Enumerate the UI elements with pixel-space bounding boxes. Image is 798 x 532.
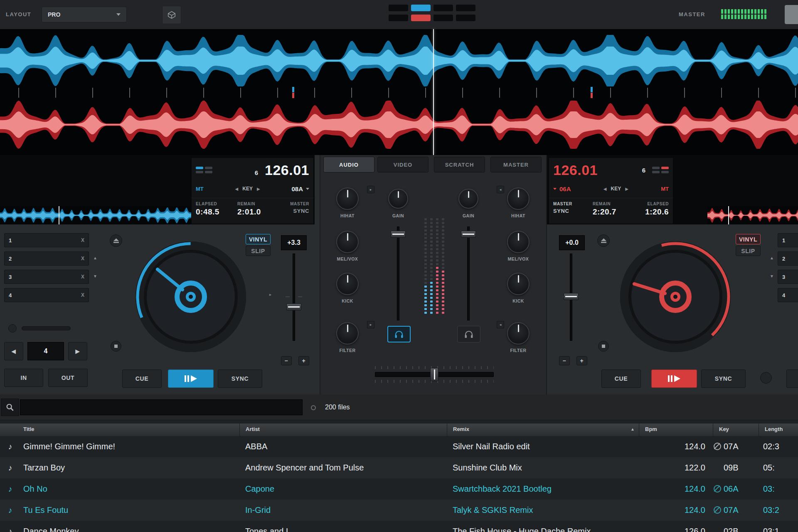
deck-b-loop-knob[interactable]	[760, 372, 772, 384]
eq-expand-arrow[interactable]: ◂	[497, 321, 504, 328]
crossfader[interactable]	[375, 366, 494, 383]
crossfader-cap[interactable]	[430, 368, 438, 381]
hotcue-delete-button[interactable]: X	[81, 274, 84, 280]
deck-a-loop-out-button[interactable]: OUT	[48, 369, 88, 387]
deck-b-key-up-button[interactable]: ▶	[625, 187, 628, 191]
eq-hihat-knob-a[interactable]	[336, 187, 359, 210]
waveform-view-toggles[interactable]	[389, 5, 475, 21]
channel-fader-a[interactable]	[390, 227, 406, 320]
channel-fader-b-cap[interactable]	[461, 231, 476, 238]
deck-b-pitch-plus-button[interactable]: +	[576, 356, 587, 365]
hotcue-delete-button[interactable]: X	[81, 256, 84, 261]
channel-fader-b[interactable]	[460, 227, 477, 320]
jog-wheel-a[interactable]	[135, 241, 247, 353]
hotcue-delete-button[interactable]: X	[81, 292, 84, 298]
deck-b-mt-toggle[interactable]: MT	[661, 186, 669, 192]
track-row[interactable]: ♪ Dance Monkey Tones and I The Fish Hous…	[0, 521, 798, 532]
eq-hihat-knob-b[interactable]	[507, 187, 530, 210]
deck-b-hotcue-2[interactable]: 2	[778, 251, 798, 266]
deck-a-eject-button[interactable]	[110, 234, 122, 247]
waveform-view-button[interactable]	[389, 5, 408, 11]
filter-knob-a[interactable]	[336, 322, 359, 345]
eq-kick-knob-b[interactable]	[507, 273, 530, 295]
deck-b-master-sync[interactable]: MASTER SYNC	[553, 202, 572, 214]
deck-b-hotcue-4[interactable]: 4	[778, 288, 798, 302]
deck-b-stop-button[interactable]	[598, 341, 609, 352]
deck-a-stop-button[interactable]	[111, 341, 121, 352]
column-header-title[interactable]: Title	[0, 424, 239, 436]
tab-master[interactable]: MASTER	[490, 157, 542, 172]
deck-a-hotcue-3[interactable]: 3X	[4, 270, 89, 284]
filter-knob-b[interactable]	[507, 322, 530, 345]
deck-a-track-overview[interactable]	[0, 206, 191, 224]
search-button[interactable]	[1, 399, 19, 416]
waveform-view-button-active-bottom[interactable]	[411, 15, 431, 21]
deck-a-loop-double-button[interactable]: ▶	[68, 342, 87, 360]
waveform-display[interactable]	[0, 29, 798, 155]
deck-b-hotcue-1[interactable]: 1	[778, 233, 798, 247]
track-row[interactable]: ♪ Tarzan Boy Andrew Spencer and Tom Puls…	[0, 457, 798, 479]
column-header-artist[interactable]: Artist	[239, 424, 447, 436]
waveform-view-button[interactable]	[389, 15, 408, 21]
deck-a-aux-knob[interactable]	[8, 324, 17, 332]
waveform-view-button[interactable]	[433, 5, 453, 11]
gain-knob-b[interactable]	[458, 189, 478, 209]
waveform-view-button[interactable]	[433, 15, 453, 21]
tab-video[interactable]: VIDEO	[377, 157, 429, 172]
deck-a-hotcue-4[interactable]: 4X	[4, 288, 89, 302]
deck-b-hotcue-page-up[interactable]: ▲	[770, 256, 774, 260]
layout-select[interactable]: PRO	[42, 7, 127, 22]
deck-b-slip-button[interactable]: SLIP	[736, 246, 761, 256]
column-header-length[interactable]: Length	[759, 424, 798, 436]
waveform-view-button[interactable]	[456, 15, 475, 21]
eq-kick-knob-a[interactable]	[336, 273, 359, 295]
deck-a-pitch-fader[interactable]	[286, 254, 302, 341]
deck-a-pitch-plus-button[interactable]: +	[298, 356, 309, 365]
headphone-cue-a-button[interactable]	[387, 326, 411, 342]
deck-a-hotcue-page-up[interactable]: ▲	[93, 256, 97, 260]
headphone-cue-b-button[interactable]	[457, 326, 480, 342]
deck-a-mt-toggle[interactable]: MT	[196, 186, 204, 192]
waveform-view-button-active-top[interactable]	[411, 5, 431, 11]
eq-melvox-knob-b[interactable]	[507, 231, 530, 253]
deck-a-hotcue-1[interactable]: 1X	[4, 233, 89, 247]
deck-a-pitch-fader-cap[interactable]	[286, 303, 301, 310]
deck-a-key-select[interactable]: 08A	[291, 185, 309, 192]
skin-button[interactable]	[162, 6, 181, 24]
deck-b-key-select[interactable]: 06A	[553, 185, 571, 192]
track-row[interactable]: ♪ Gimme! Gimme! Gimme! ABBA Silver Nail …	[0, 436, 798, 458]
search-options-dot[interactable]	[311, 405, 316, 410]
deck-b-vinyl-button[interactable]: VINYL	[736, 234, 761, 244]
deck-a-hotcue-2[interactable]: 2X	[4, 251, 89, 266]
eq-expand-arrow[interactable]: ▸	[367, 186, 374, 193]
deck-a-loop-half-button[interactable]: ◀	[4, 342, 23, 360]
hotcue-delete-button[interactable]: X	[81, 237, 84, 243]
deck-a-vinyl-button[interactable]: VINYL	[246, 234, 271, 244]
column-header-key[interactable]: Key	[713, 424, 759, 436]
eq-expand-arrow[interactable]: ◂	[497, 186, 504, 193]
deck-a-pitch-minus-button[interactable]: −	[281, 356, 292, 365]
deck-b-pitch-fader-cap[interactable]	[564, 293, 579, 300]
deck-a-cue-button[interactable]: CUE	[122, 369, 162, 388]
deck-b-hotcue-3[interactable]: 3	[778, 270, 798, 284]
channel-fader-a-cap[interactable]	[391, 231, 406, 238]
deck-b-pitch-fader[interactable]	[563, 254, 579, 341]
deck-b-track-overview[interactable]	[707, 206, 798, 224]
track-row[interactable]: ♪ Oh No Capone Swartchback 2021 Bootleg …	[0, 478, 798, 500]
gain-knob-a[interactable]	[388, 189, 408, 209]
deck-a-sync-button[interactable]: SYNC	[218, 369, 262, 388]
deck-a-loop-in-button[interactable]: IN	[4, 369, 43, 387]
deck-b-loop-in-button[interactable]: IN	[786, 369, 798, 388]
column-header-remix[interactable]: Remix ▲	[447, 424, 639, 436]
deck-b-eject-button[interactable]	[597, 234, 610, 247]
eq-melvox-knob-a[interactable]	[336, 231, 359, 253]
search-input[interactable]	[20, 399, 303, 415]
deck-a-hotcue-page-down[interactable]: ▼	[93, 274, 97, 278]
deck-a-key-down-button[interactable]: ◀	[235, 187, 239, 191]
deck-a-slip-button[interactable]: SLIP	[246, 246, 271, 256]
deck-a-play-button[interactable]	[168, 369, 214, 388]
track-row[interactable]: ♪ Tu Es Foutu In-Grid Talyk & SGKIS Remi…	[0, 500, 798, 521]
column-header-bpm[interactable]: Bpm	[639, 424, 713, 436]
deck-b-sync-button[interactable]: SYNC	[701, 369, 746, 388]
deck-b-hotcue-page-down[interactable]: ▼	[770, 274, 774, 278]
